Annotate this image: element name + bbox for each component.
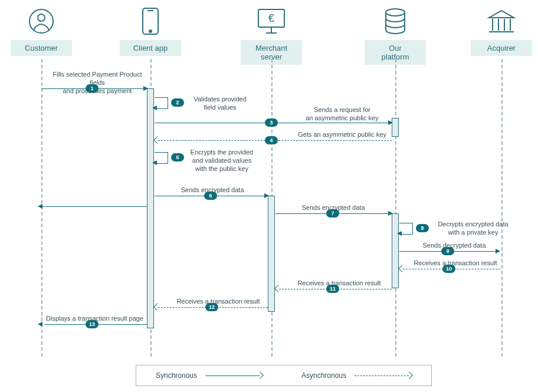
msg-3: Sends a request for an asymmetric public… [295,106,389,123]
step-num-12: 12 [205,303,218,311]
step-num-11: 11 [326,285,339,293]
legend: Synchronous Asynchronous [136,365,432,386]
arrow-head [153,136,161,144]
activation-merchant [268,196,275,312]
step-num-7: 7 [326,209,339,218]
arrow-head [152,106,157,110]
msg-8: Decrypts encrypted data with a private k… [432,220,514,237]
sequence-diagram: Customer Client app € Merchant server [0,0,538,392]
arrow-head [398,265,406,272]
svg-point-4 [149,30,152,32]
legend-sync: Synchronous [136,365,284,386]
msg-9: Sends decrypted data [419,242,490,250]
lifeline-acquirer [501,59,503,357]
legend-async: Asynchronous [284,365,431,386]
msg-5: Encrypts the provided and validated valu… [186,149,257,173]
monitor-euro-icon: € [236,6,307,37]
arrow-head [274,285,282,292]
legend-label: Synchronous [156,371,197,380]
step-num-10: 10 [442,265,455,273]
arrow-head [388,211,393,216]
arrow-head [397,231,402,236]
arrow-head [496,249,500,253]
step-num-3: 3 [265,118,278,127]
msg-13: Displays a transaction result page [46,315,152,323]
step-num-4: 4 [265,136,278,144]
activation-platform-2 [392,213,399,288]
step-num-2: 2 [171,98,184,107]
step-num-8: 8 [416,224,429,232]
legend-label: Asynchronous [301,371,346,380]
step-num-9: 9 [441,247,454,255]
msg-4: Gets an asymmetric public key [289,131,395,139]
lane-platform: Our platform [360,6,431,65]
svg-text:€: € [268,12,274,24]
step-num-1: 1 [86,84,99,93]
svg-point-9 [386,9,405,16]
arrow-head [264,193,269,198]
svg-point-1 [38,14,45,21]
arrow-head [38,322,42,327]
database-icon [360,6,431,37]
user-icon [6,6,77,37]
arrow-6b [41,206,147,207]
lane-label: Client app [120,40,181,56]
arrow-head [38,204,42,209]
step-num-6: 6 [204,192,217,200]
lane-client: Client app [115,6,186,56]
arrow-head [153,303,161,311]
arrow-head [388,120,393,125]
msg-10: Receives a transaction result [408,259,503,268]
lane-customer: Customer [6,6,77,56]
msg-2: Validates provided field values [188,95,252,112]
msg-1: Fills selected Payment Product fields an… [47,71,147,95]
lane-label: Acquirer [471,40,532,56]
msg-11: Receives a transaction result [292,279,386,288]
arrow-head [143,86,148,91]
bank-icon [466,6,537,37]
lifeline-platform [395,59,396,357]
arrow-head [152,160,157,165]
step-num-5: 5 [171,153,184,162]
lane-acquirer: Acquirer [466,6,537,56]
lane-label: Customer [11,40,72,56]
lane-merchant: € Merchant server [236,6,307,65]
step-num-13: 13 [86,320,99,328]
activation-client [147,88,154,328]
msg-12: Receives a transaction result [171,298,265,306]
phone-icon [115,6,186,37]
